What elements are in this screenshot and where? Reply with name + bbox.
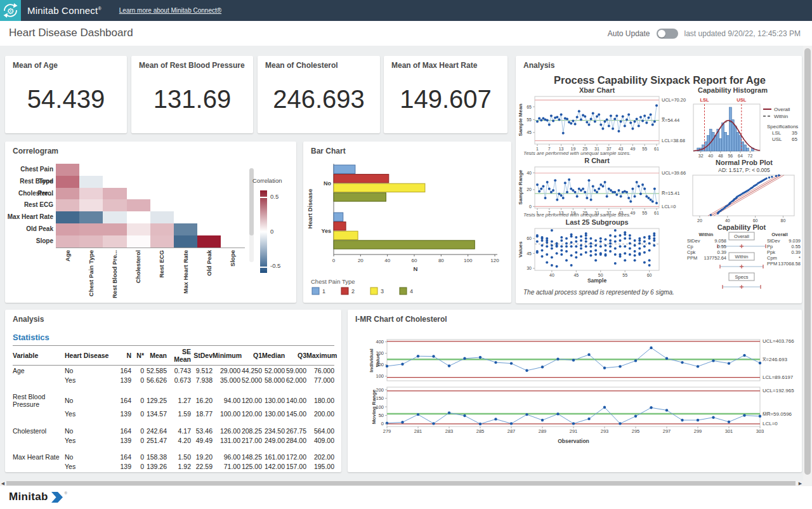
svg-text:45: 45 <box>527 130 532 135</box>
correlogram-cell[interactable] <box>103 235 126 248</box>
correlogram-cell[interactable] <box>79 211 103 223</box>
svg-text:LSL: LSL <box>700 97 709 103</box>
svg-text:49: 49 <box>631 211 636 215</box>
svg-text:289: 289 <box>539 428 547 434</box>
table-cell: 18.77 <box>191 409 213 419</box>
svg-text:Within: Within <box>774 114 788 119</box>
correlogram-cell[interactable] <box>197 235 221 248</box>
horizontal-scrollbar[interactable]: ◀ ▶ <box>0 480 803 486</box>
kpi-label: Mean of Max Heart Rate <box>391 61 477 70</box>
correlogram-cell[interactable] <box>127 223 150 235</box>
svg-text:UCL=70.20: UCL=70.20 <box>662 97 686 103</box>
learn-more-link[interactable]: Learn more about Minitab Connect® <box>119 7 221 14</box>
correlogram-cell[interactable] <box>174 235 197 248</box>
svg-text:Heart Disease: Heart Disease <box>306 189 313 229</box>
correlogram-cell[interactable] <box>103 199 126 211</box>
svg-text:400: 400 <box>376 339 384 345</box>
correlogram-cell[interactable] <box>56 235 79 248</box>
auto-update-toggle[interactable] <box>657 29 678 39</box>
svg-text:295: 295 <box>632 428 640 434</box>
correlogram-column-label: Chest Pain Type <box>88 250 95 300</box>
svg-text:3: 3 <box>381 288 384 294</box>
correlogram-column-label: Max Heart Rate <box>182 250 190 300</box>
table-cell: 130.00 <box>262 385 285 409</box>
svg-text:45: 45 <box>527 251 532 256</box>
svg-text:⚙: ⚙ <box>7 6 15 16</box>
vertical-scrollbar[interactable] <box>803 46 812 486</box>
svg-text:9.039: 9.039 <box>789 238 801 244</box>
scroll-left-arrow-icon[interactable]: ◀ <box>0 480 6 486</box>
correlogram-cell[interactable] <box>56 164 79 176</box>
svg-text:60: 60 <box>527 236 532 241</box>
horizontal-scrollbar-thumb[interactable] <box>6 481 796 486</box>
minitab-connect-logo[interactable]: ⚙ <box>0 0 21 21</box>
correlogram-cell[interactable] <box>150 211 174 223</box>
table-cell: 157.00 <box>285 462 306 472</box>
table-cell: 164 <box>114 385 131 409</box>
correlogram-cell[interactable] <box>56 223 79 235</box>
vertical-scrollbar-thumb[interactable] <box>804 48 811 475</box>
correlogram-cell[interactable] <box>103 223 126 235</box>
svg-text:279: 279 <box>383 428 391 434</box>
svg-text:0.55: 0.55 <box>717 244 726 249</box>
table-cell: 130.00 <box>262 409 285 419</box>
correlogram-cell[interactable] <box>56 199 79 211</box>
table-cell: 164 <box>114 445 131 462</box>
table-cell: 202.00 <box>306 445 334 462</box>
svg-text:Capability Histogram: Capability Histogram <box>698 86 768 94</box>
correlogram-cell[interactable] <box>79 223 103 235</box>
correlogram-cell[interactable] <box>127 235 150 248</box>
correlogram-cell[interactable] <box>56 188 79 200</box>
correlogram-cell[interactable] <box>56 176 79 188</box>
svg-text:LCL=38.68: LCL=38.68 <box>662 138 685 143</box>
table-column-header: Mean <box>144 346 167 366</box>
minitab-footer-logo[interactable]: Minitab ® <box>9 491 67 503</box>
table-column-header: Q3 <box>285 346 306 366</box>
correlogram-cell[interactable] <box>103 211 126 223</box>
correlogram-cell[interactable] <box>150 223 174 235</box>
correlogram-cell[interactable] <box>150 235 174 248</box>
scroll-right-arrow-icon[interactable]: ▶ <box>797 480 803 486</box>
sixpack-analysis-panel: Analysis Process Capability Sixpack Repo… <box>516 56 802 303</box>
correlogram-cell[interactable] <box>103 188 126 200</box>
svg-text:32: 32 <box>698 154 704 158</box>
table-cell: 62.000 <box>285 375 306 385</box>
table-cell: Yes <box>65 462 114 472</box>
correlogram-panel: Correlogram Chest Pain TypeRest Blood Pr… <box>5 142 296 303</box>
svg-text:*: * <box>799 255 801 261</box>
correlogram-cell[interactable] <box>174 223 197 235</box>
table-cell: 71.00 <box>213 462 240 472</box>
svg-text:Individual: Individual <box>369 348 374 372</box>
correlogram-cell[interactable] <box>56 211 79 223</box>
statistics-heading: Statistics <box>13 333 49 342</box>
svg-text:Specifications: Specifications <box>767 124 798 129</box>
table-cell: 100.00 <box>213 409 240 419</box>
correlogram-cell[interactable] <box>127 199 150 211</box>
svg-text:X̅=246.693: X̅=246.693 <box>763 357 788 362</box>
correlogram-row-label: Slope <box>5 235 53 248</box>
correlogram-cell[interactable] <box>79 188 103 200</box>
svg-text:Last 25 Subgroups: Last 25 Subgroups <box>565 218 628 226</box>
svg-text:35: 35 <box>792 130 797 136</box>
svg-text:60: 60 <box>753 218 758 223</box>
table-row: AgeNo164052.5850.7439.51229.00044.25052.… <box>13 366 334 376</box>
correlogram-cell[interactable] <box>79 176 103 188</box>
correlogram-cell[interactable] <box>79 235 103 248</box>
svg-text:61: 61 <box>654 147 659 151</box>
svg-text:No: No <box>324 180 331 187</box>
table-cell: 249.00 <box>262 435 285 445</box>
kpi-value: 149.607 <box>384 85 508 114</box>
kpi-value: 54.439 <box>5 85 127 114</box>
svg-text:283: 283 <box>445 428 454 434</box>
table-cell: 56.626 <box>144 375 167 385</box>
minitab-arrow-icon <box>51 492 64 503</box>
correlogram-cell[interactable] <box>79 199 103 211</box>
table-cell: 0.743 <box>167 366 191 376</box>
correlogram-cell[interactable] <box>127 211 150 223</box>
svg-text:LCL=0: LCL=0 <box>763 421 778 426</box>
table-cell: 267.75 <box>285 419 306 436</box>
table-row: Yes139056.6260.6737.93835.00052.00058.00… <box>13 375 334 385</box>
svg-text:65: 65 <box>792 136 797 142</box>
svg-text:Chest Pain Type: Chest Pain Type <box>311 278 355 285</box>
table-cell: 120.00 <box>240 385 262 409</box>
